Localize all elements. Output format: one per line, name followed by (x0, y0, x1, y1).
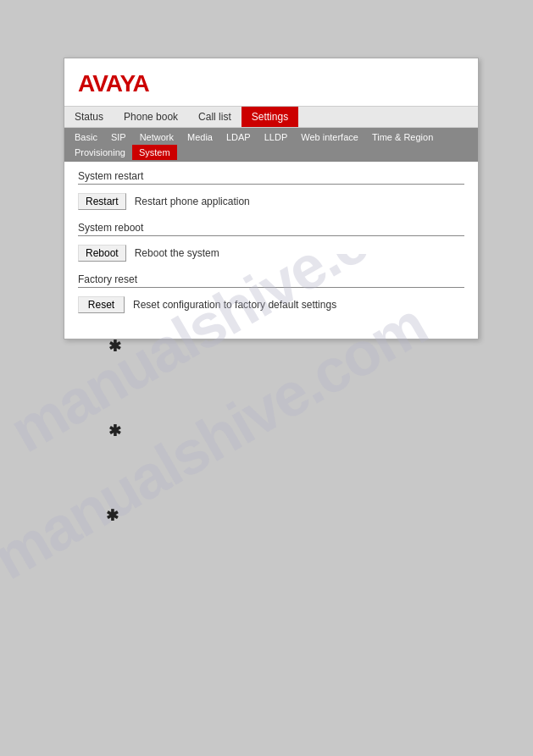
system-restart-section: System restart Restart Restart phone app… (78, 170, 464, 212)
system-restart-row: Restart Restart phone application (78, 191, 464, 212)
reboot-button[interactable]: Reboot (78, 245, 126, 262)
system-reboot-row: Reboot Reboot the system (78, 243, 464, 263)
sub-nav-provisioning[interactable]: Provisioning (68, 145, 132, 160)
factory-reset-row: Reset Reset configuration to factory def… (78, 295, 464, 315)
sub-nav-ldap[interactable]: LDAP (219, 130, 258, 145)
main-nav: Status Phone book Call list Settings (64, 106, 478, 128)
gear-icon-3: ✱ (106, 506, 119, 525)
restart-description: Restart phone application (135, 196, 250, 207)
sub-nav-media[interactable]: Media (180, 130, 219, 145)
sub-nav-webinterface[interactable]: Web interface (294, 130, 365, 145)
sub-nav-basic[interactable]: Basic (68, 130, 104, 145)
nav-phonebook[interactable]: Phone book (114, 107, 188, 127)
content-area: System restart Restart Restart phone app… (64, 162, 478, 339)
system-restart-header: System restart (78, 170, 464, 185)
logo-area: AVAYA (64, 58, 478, 106)
main-panel: AVAYA Status Phone book Call list Settin… (64, 58, 479, 339)
restart-button[interactable]: Restart (78, 193, 126, 210)
sub-nav-lldp[interactable]: LLDP (258, 130, 295, 145)
sub-nav-timeregion[interactable]: Time & Region (365, 130, 440, 145)
sub-nav-system[interactable]: System (132, 145, 177, 160)
gear-icon-1: ✱ (108, 337, 121, 356)
reset-button[interactable]: Reset (78, 296, 125, 313)
factory-reset-section: Factory reset Reset Reset configuration … (78, 273, 464, 315)
nav-calllist[interactable]: Call list (188, 107, 242, 127)
nav-settings[interactable]: Settings (242, 107, 298, 127)
avaya-logo: AVAYA (78, 70, 464, 97)
system-reboot-section: System reboot Reboot Reboot the system (78, 222, 464, 263)
reset-description: Reset configuration to factory default s… (133, 299, 336, 311)
nav-status[interactable]: Status (64, 107, 114, 127)
reboot-description: Reboot the system (135, 247, 219, 259)
gear-icon-2: ✱ (108, 422, 121, 440)
sub-nav-sip[interactable]: SIP (104, 130, 133, 145)
sub-nav: Basic SIP Network Media LDAP LLDP Web in… (64, 128, 478, 162)
factory-reset-header: Factory reset (78, 273, 464, 288)
sub-nav-network[interactable]: Network (133, 130, 180, 145)
system-reboot-header: System reboot (78, 222, 464, 236)
